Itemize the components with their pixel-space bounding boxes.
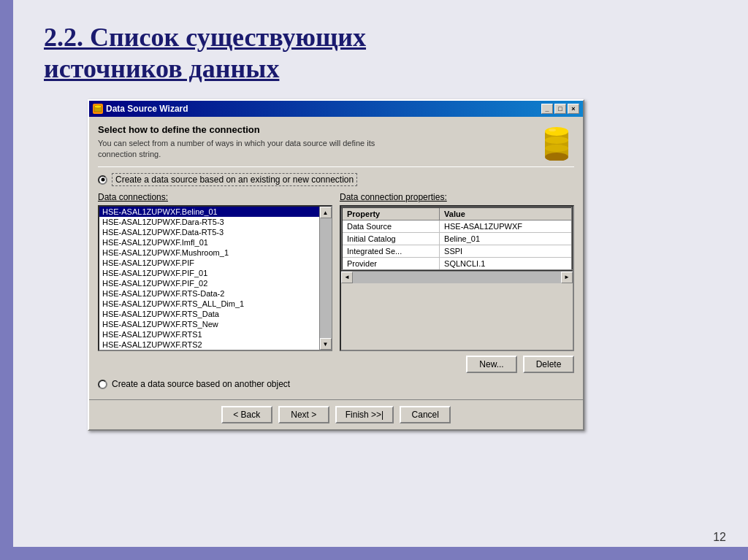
dialog-heading: Select how to define the connection bbox=[98, 124, 375, 135]
svg-point-6 bbox=[545, 145, 568, 152]
main-content: Data connections: HSE-ASAL1ZUPWXF.Beline… bbox=[98, 192, 574, 373]
list-item[interactable]: HSE-ASAL1ZUPWXF.Dara-RT5-3 bbox=[99, 217, 319, 227]
table-cell: Initial Catalog bbox=[342, 233, 440, 245]
left-panel: Data connections: HSE-ASAL1ZUPWXF.Beline… bbox=[98, 192, 332, 373]
table-cell: Integrated Se... bbox=[342, 245, 440, 258]
scroll-up-arrow[interactable]: ▲ bbox=[320, 207, 332, 218]
next-button[interactable]: Next > bbox=[278, 406, 329, 423]
table-row: ProviderSQLNCLI.1 bbox=[342, 258, 572, 271]
table-cell: Provider bbox=[342, 258, 440, 271]
properties-container: Property Value Data SourceHSE-ASAL1ZUPWX… bbox=[340, 205, 574, 351]
dialog-icon bbox=[93, 104, 103, 114]
radio-btn-2[interactable] bbox=[98, 380, 107, 389]
dialog-header-text: Select how to define the connection You … bbox=[98, 124, 375, 159]
prop-buttons: New... Delete bbox=[340, 356, 574, 373]
minimize-button[interactable]: _ bbox=[541, 104, 553, 114]
properties-label: Data connection properties: bbox=[340, 192, 574, 202]
svg-point-7 bbox=[549, 129, 556, 131]
h-scrollbar[interactable]: ◄ ► bbox=[341, 271, 573, 283]
h-scroll-right[interactable]: ► bbox=[561, 272, 573, 283]
cancel-button[interactable]: Cancel bbox=[400, 406, 451, 423]
back-button[interactable]: < Back bbox=[221, 406, 272, 423]
dialog-window: Data Source Wizard _ □ × Select how to d… bbox=[88, 99, 584, 431]
titlebar-left: Data Source Wizard bbox=[93, 104, 188, 114]
page-number: 12 bbox=[713, 531, 726, 544]
data-connections-label: Data connections: bbox=[98, 192, 332, 202]
svg-point-3 bbox=[545, 127, 568, 136]
delete-button[interactable]: Delete bbox=[523, 356, 574, 373]
dialog-footer: < Back Next > Finish >>| Cancel bbox=[89, 399, 583, 429]
table-cell: Data Source bbox=[342, 220, 440, 233]
db-cylinder-icon bbox=[539, 124, 574, 161]
h-scroll-track[interactable] bbox=[353, 272, 561, 283]
finish-button[interactable]: Finish >>| bbox=[335, 406, 394, 423]
maximize-button[interactable]: □ bbox=[554, 104, 566, 114]
properties-table: Property Value Data SourceHSE-ASAL1ZUPWX… bbox=[341, 207, 573, 271]
table-cell: Beline_01 bbox=[440, 233, 572, 245]
right-panel: Data connection properties: Property Val… bbox=[340, 192, 574, 373]
list-item[interactable]: HSE-ASAL1ZUPWXF.RTS2 bbox=[99, 340, 319, 350]
table-row: Initial CatalogBeline_01 bbox=[342, 233, 572, 245]
close-button[interactable]: × bbox=[568, 104, 579, 114]
radio-label-2[interactable]: Create a data source based on another ob… bbox=[112, 379, 290, 389]
radio-label-1[interactable]: Create a data source based on an existin… bbox=[112, 173, 357, 186]
radio-btn-1[interactable] bbox=[98, 175, 107, 185]
dialog-body: Select how to define the connection You … bbox=[89, 117, 583, 399]
slide-title: 2.2. Список существующих источников данн… bbox=[44, 22, 719, 85]
list-item[interactable]: HSE-ASAL1ZUPWXF.RTS_ALL_Dim_1 bbox=[99, 299, 319, 309]
separator-1 bbox=[98, 166, 574, 167]
col-value: Value bbox=[440, 207, 572, 220]
list-item[interactable]: HSE-ASAL1ZUPWXF.RTS1 bbox=[99, 329, 319, 340]
svg-point-5 bbox=[545, 137, 568, 144]
dialog-titlebar: Data Source Wizard _ □ × bbox=[89, 101, 583, 117]
scroll-track[interactable] bbox=[320, 218, 332, 338]
connections-listbox[interactable]: HSE-ASAL1ZUPWXF.Beline_01HSE-ASAL1ZUPWXF… bbox=[98, 205, 332, 351]
scroll-down-arrow[interactable]: ▼ bbox=[320, 338, 332, 350]
list-item[interactable]: HSE-ASAL1ZUPWXF.RTS_New bbox=[99, 319, 319, 329]
slide: 2.2. Список существующих источников данн… bbox=[0, 0, 748, 560]
radio-option-2[interactable]: Create a data source based on another ob… bbox=[98, 379, 574, 389]
table-cell: SSPI bbox=[440, 245, 572, 258]
titlebar-controls[interactable]: _ □ × bbox=[541, 104, 579, 114]
table-row: Integrated Se...SSPI bbox=[342, 245, 572, 258]
list-item[interactable]: HSE-ASAL1ZUPWXF.PIF_02 bbox=[99, 278, 319, 288]
dialog-header: Select how to define the connection You … bbox=[98, 124, 574, 161]
table-row: Data SourceHSE-ASAL1ZUPWXF bbox=[342, 220, 572, 233]
col-property: Property bbox=[342, 207, 440, 220]
list-item[interactable]: HSE-ASAL1ZUPWXF.PIF bbox=[99, 258, 319, 268]
list-item[interactable]: HSE-ASAL1ZUPWXF.Beline_01 bbox=[99, 207, 319, 217]
dialog-title: Data Source Wizard bbox=[106, 104, 188, 114]
listbox-scrollbar[interactable]: ▲ ▼ bbox=[319, 207, 331, 350]
dialog-description: You can select from a number of ways in … bbox=[98, 138, 375, 159]
new-button[interactable]: New... bbox=[466, 356, 517, 373]
properties-body: Data SourceHSE-ASAL1ZUPWXFInitial Catalo… bbox=[342, 220, 572, 271]
list-item[interactable]: HSE-ASAL1ZUPWXF.RTS-Data-2 bbox=[99, 288, 319, 299]
list-item[interactable]: HSE-ASAL1ZUPWXF.Imfl_01 bbox=[99, 237, 319, 248]
table-header-row: Property Value bbox=[342, 207, 572, 220]
table-cell: SQLNCLI.1 bbox=[440, 258, 572, 271]
list-item[interactable]: HSE-ASAL1ZUPWXF.PIF_01 bbox=[99, 268, 319, 278]
radio-option-1[interactable]: Create a data source based on an existin… bbox=[98, 173, 574, 186]
list-item[interactable]: HSE-ASAL1ZUPWXF.Mushroom_1 bbox=[99, 248, 319, 258]
h-scroll-left[interactable]: ◄ bbox=[341, 272, 353, 283]
svg-point-1 bbox=[94, 105, 102, 108]
table-cell: HSE-ASAL1ZUPWXF bbox=[440, 220, 572, 233]
listbox-items: HSE-ASAL1ZUPWXF.Beline_01HSE-ASAL1ZUPWXF… bbox=[99, 207, 319, 350]
list-item[interactable]: HSE-ASAL1ZUPWXF.RTS_Data bbox=[99, 309, 319, 319]
list-item[interactable]: HSE-ASAL1ZUPWXF.Data-RT5-3 bbox=[99, 227, 319, 237]
